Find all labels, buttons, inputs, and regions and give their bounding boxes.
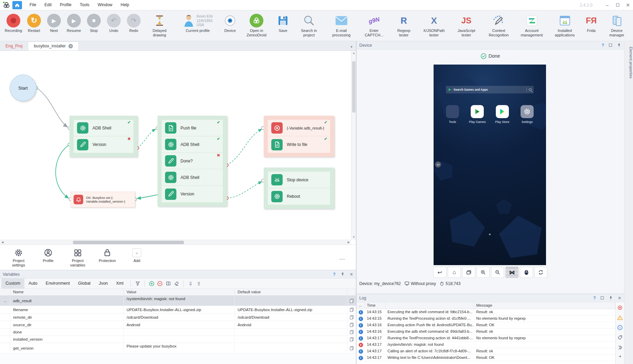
menu-window[interactable]: Window <box>94 0 117 10</box>
copy-icon[interactable] <box>347 329 356 335</box>
email-processing-button[interactable]: E-mail processing <box>325 13 358 37</box>
variable-row-remote-dir[interactable]: remote_dir /sdcard/Download /sdcard/Down… <box>0 314 356 321</box>
app-play-store[interactable]: Play Store <box>492 105 512 124</box>
log-row[interactable]: i 14:43:17 Running the TextProcessing ac… <box>357 335 615 342</box>
maximize-button[interactable] <box>612 1 623 9</box>
variable-value[interactable] <box>124 336 235 343</box>
action-group-adb-version[interactable]: ADB Shell ✔ Version ✖ <box>69 116 138 157</box>
close-button[interactable]: ✕ <box>623 1 633 9</box>
filter-info-icon[interactable] <box>617 325 623 330</box>
tab-busybox-installer[interactable]: busybox_installer ✕ <box>28 42 79 50</box>
minimize-button[interactable]: – <box>602 1 612 9</box>
tab-json[interactable]: Json <box>95 278 112 288</box>
tags-icon[interactable] <box>617 345 623 350</box>
save-button[interactable]: Save <box>273 13 293 33</box>
more-options-button[interactable]: ⋯ <box>339 256 346 262</box>
log-time-column-header[interactable]: Time <box>365 302 385 309</box>
variable-value[interactable]: /system/bin/sh: magisk: not found <box>124 296 235 306</box>
log-row[interactable]: i 14:43:17 Calling an alert of action id… <box>357 348 615 355</box>
copy-icon[interactable] <box>347 321 356 328</box>
default-column-header[interactable]: Default value <box>235 289 347 295</box>
tab-list-caret-icon[interactable]: ▾ <box>350 45 356 50</box>
scroll-up-icon[interactable]: ▲ <box>351 51 356 56</box>
open-in-zennodroid-button[interactable]: Open in ZennoDroid <box>240 13 273 37</box>
log-row-error[interactable]: x 14:43:17 /system/bin/sh: magisk: not f… <box>357 342 615 348</box>
node-adb-shell-1[interactable]: ADB Shell ✔ <box>74 120 133 136</box>
tab-auto[interactable]: Auto <box>24 278 42 288</box>
scroll-left-icon[interactable]: ◀ <box>619 355 621 358</box>
undo-button[interactable]: ↶ Undo <box>104 13 124 33</box>
canvas-horizontal-scrollbar[interactable]: ◀ ▶ <box>0 240 351 244</box>
node-alert-busybox-version[interactable]: OK: Busybox ver.{-Variable.installed_ver… <box>70 192 135 207</box>
tag-icon[interactable] <box>617 335 623 340</box>
add-variable-button[interactable] <box>148 280 156 287</box>
node-version-1[interactable]: Version ✖ <box>74 136 133 153</box>
pin-icon[interactable] <box>617 43 621 47</box>
value-column-header[interactable]: Value <box>124 289 235 295</box>
variable-value[interactable]: UPDATE-Busybox.Installer-ALL-signed.zip <box>124 306 235 313</box>
log-row[interactable]: i 14:43:15 Running the TextProcessing ac… <box>357 316 615 322</box>
device-home-button[interactable]: ⌂ <box>448 267 461 278</box>
menu-tools[interactable]: Tools <box>76 0 94 10</box>
device-search-bar[interactable]: Search Games and Apps <box>446 86 534 93</box>
close-icon[interactable]: ✕ <box>350 272 353 277</box>
device-zoom-in-button[interactable] <box>477 267 490 278</box>
variable-row-done[interactable]: done <box>0 329 356 336</box>
redo-button[interactable]: ↷ Redo <box>124 13 144 33</box>
next-button[interactable]: ▶ Next <box>44 13 64 33</box>
variable-default[interactable] <box>235 329 347 335</box>
app-play-games[interactable]: Play Games <box>467 105 487 124</box>
start-node[interactable]: Start <box>10 75 36 101</box>
filter-button[interactable] <box>133 280 142 287</box>
element-properties-tab[interactable]: Element properties <box>624 44 633 78</box>
action-group-stop-reboot[interactable]: Stop device Reboot <box>264 168 334 209</box>
variable-row-filename[interactable]: filename UPDATE-Busybox.Installer-ALL-si… <box>0 306 356 314</box>
name-column-header[interactable]: Name <box>10 289 124 295</box>
node-reboot[interactable]: Reboot <box>268 188 330 205</box>
copy-icon[interactable] <box>347 314 356 321</box>
copy-icon[interactable] <box>347 343 356 353</box>
node-version-2[interactable]: Version <box>162 186 223 202</box>
variable-default[interactable] <box>235 343 347 353</box>
variable-row-source-dir[interactable]: source_dir Android Android <box>0 321 356 329</box>
project-variables-button[interactable]: Project variables <box>68 248 87 268</box>
filter-errors-icon[interactable] <box>617 305 623 310</box>
variable-value[interactable]: Android <box>124 321 235 328</box>
stop-button[interactable]: ■ Stop <box>84 13 104 33</box>
javascript-tester-button[interactable]: JS JavaScript tester <box>450 13 482 37</box>
device-refresh-button[interactable] <box>534 267 547 278</box>
maximize-icon[interactable] <box>609 44 612 47</box>
home-button[interactable] <box>12 1 22 9</box>
log-row[interactable]: i 14:43:15 Executing the adb shell comma… <box>357 309 615 316</box>
variable-value[interactable]: /sdcard/Download <box>124 314 235 321</box>
node-stop-device[interactable]: Stop device <box>268 172 330 188</box>
node-write-to-file[interactable]: Write to file ✔ <box>268 136 330 153</box>
action-group-push-install[interactable]: Push file ✔ ADB Shell ✔ Done? ✖ ADB Shel… <box>157 116 227 206</box>
variable-row-installed-version[interactable]: installed_version <box>0 336 356 343</box>
tab-global[interactable]: Global <box>74 278 95 288</box>
variable-default[interactable] <box>235 296 347 306</box>
element-properties-strip[interactable]: Element properties <box>624 41 633 364</box>
menu-edit[interactable]: Edit <box>40 0 56 10</box>
device-capture-mode-button[interactable]: ⋈ <box>505 267 519 278</box>
device-button[interactable]: Device <box>220 13 240 33</box>
device-zoom-out-button[interactable] <box>491 267 504 278</box>
context-recognition-button[interactable]: Context Recognition <box>482 13 515 37</box>
tab-eng-proj[interactable]: Eng_Proj <box>0 42 28 50</box>
help-icon[interactable]: ? <box>333 272 336 277</box>
pin-icon[interactable] <box>340 272 345 276</box>
menu-profile[interactable]: Profile <box>56 0 76 10</box>
horizontal-scroll-thumb[interactable] <box>73 241 184 244</box>
maximize-icon[interactable] <box>601 296 604 299</box>
action-group-error-write[interactable]: {-Variable.adb_result-} ✔ Write to file … <box>264 116 334 157</box>
device-back-button[interactable]: ↩ <box>433 267 446 278</box>
tab-close-icon[interactable]: ✕ <box>68 44 73 48</box>
tab-xml[interactable]: Xml <box>112 278 128 288</box>
log-row[interactable]: i 14:43:16 Executing the adb shell comma… <box>357 329 615 335</box>
flowchart-canvas[interactable]: Start ADB Shell ✔ Version ✖ Push file <box>0 51 356 244</box>
move-up-button[interactable]: ⇧ <box>195 280 203 287</box>
copy-icon[interactable] <box>347 296 356 306</box>
protection-button[interactable]: Protection <box>98 248 117 263</box>
vertical-scroll-thumb[interactable] <box>352 61 356 113</box>
menu-file[interactable]: File <box>25 0 40 10</box>
